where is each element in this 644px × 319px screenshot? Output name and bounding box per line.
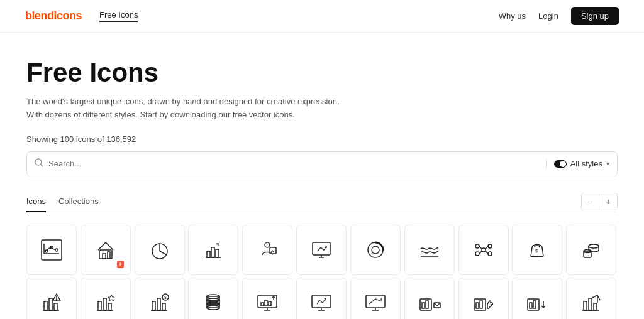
icon-cell[interactable]	[350, 278, 401, 319]
grid-size-minus-button[interactable]: −	[582, 193, 599, 210]
subtitle-line1: The world's largest unique icons, drawn …	[26, 97, 340, 106]
svg-rect-13	[211, 247, 214, 257]
search-input[interactable]	[48, 159, 546, 168]
svg-text:$: $	[216, 242, 219, 247]
svg-rect-2	[42, 240, 62, 260]
page-title: Free Icons	[26, 58, 618, 88]
search-bar: All styles ▾	[26, 151, 618, 176]
svg-line-32	[479, 251, 482, 254]
icon-cell[interactable]	[188, 278, 238, 319]
icon-badge: +	[117, 261, 124, 268]
icon-grid: + $	[26, 225, 618, 319]
icon-cell[interactable]: $	[188, 225, 238, 275]
search-icon	[35, 158, 43, 169]
svg-rect-81	[480, 301, 482, 308]
svg-point-43	[56, 300, 57, 300]
icon-cell[interactable]	[135, 225, 185, 275]
why-us-link[interactable]: Why us	[499, 11, 526, 21]
showing-count: Showing 100 icons of 136,592	[26, 134, 618, 144]
svg-rect-84	[533, 301, 536, 308]
style-filter[interactable]: All styles ▾	[546, 159, 609, 168]
main-content: Free Icons The world's largest unique ic…	[14, 33, 630, 319]
tab-collections[interactable]: Collections	[58, 192, 99, 212]
svg-rect-9	[103, 254, 106, 259]
svg-point-29	[488, 252, 492, 256]
icon-cell[interactable]	[512, 278, 562, 319]
svg-rect-88	[594, 303, 597, 310]
header: blendicons Free Icons Why us Login Sign …	[0, 0, 644, 33]
svg-point-5	[55, 249, 58, 251]
svg-rect-46	[108, 303, 111, 310]
icon-cell[interactable]: +	[80, 225, 131, 275]
svg-rect-86	[584, 301, 587, 310]
tabs-bar: Icons Collections − +	[26, 192, 618, 212]
svg-rect-72	[366, 295, 385, 308]
icon-cell[interactable]: $	[135, 278, 185, 319]
svg-rect-10	[108, 252, 110, 259]
header-right: Why us Login Sign up	[499, 7, 619, 25]
subtitle-line2: With dozens of different styles. Start b…	[26, 110, 295, 119]
icon-cell[interactable]	[296, 225, 347, 275]
svg-line-30	[479, 246, 482, 249]
icon-cell[interactable]	[566, 278, 616, 319]
svg-rect-76	[422, 303, 425, 308]
svg-point-27	[488, 244, 492, 248]
svg-rect-87	[589, 298, 592, 310]
icon-cell[interactable]	[458, 225, 509, 275]
icon-cell[interactable]	[242, 225, 292, 275]
login-link[interactable]: Login	[538, 11, 558, 21]
svg-rect-19	[313, 242, 330, 255]
svg-point-35	[589, 244, 599, 248]
tab-icons[interactable]: Icons	[26, 192, 46, 212]
svg-point-26	[475, 244, 479, 248]
icon-cell[interactable]	[350, 225, 401, 275]
style-toggle	[554, 160, 567, 168]
icon-cell[interactable]	[404, 225, 455, 275]
svg-rect-66	[265, 300, 267, 306]
svg-rect-77	[426, 301, 428, 308]
style-filter-label: All styles	[570, 159, 602, 168]
svg-rect-80	[476, 303, 479, 308]
icon-cell[interactable]: $	[512, 225, 562, 275]
svg-rect-14	[216, 249, 219, 257]
nav-free-icons[interactable]: Free Icons	[99, 10, 138, 22]
svg-text:$: $	[164, 295, 167, 300]
svg-line-33	[486, 251, 488, 254]
svg-rect-49	[152, 301, 155, 310]
grid-size-controls: − +	[581, 193, 618, 210]
svg-rect-12	[207, 251, 210, 257]
svg-rect-67	[269, 301, 271, 306]
svg-point-28	[475, 252, 479, 256]
icon-cell[interactable]	[404, 278, 455, 319]
svg-rect-51	[162, 303, 165, 310]
svg-point-23	[372, 246, 379, 254]
svg-rect-50	[157, 298, 160, 310]
grid-size-plus-button[interactable]: +	[599, 193, 617, 210]
icon-cell[interactable]	[26, 278, 77, 319]
svg-rect-83	[530, 303, 532, 308]
svg-point-25	[482, 248, 486, 252]
icon-cell[interactable]	[458, 278, 509, 319]
svg-rect-65	[261, 303, 264, 306]
chevron-down-icon: ▾	[606, 160, 609, 167]
icon-cell[interactable]	[80, 278, 131, 319]
logo-text: blendicons	[25, 9, 82, 22]
icon-cell[interactable]	[26, 225, 77, 275]
svg-line-1	[41, 165, 43, 166]
svg-rect-45	[103, 298, 106, 310]
icon-cell[interactable]	[242, 278, 292, 319]
svg-rect-39	[49, 298, 52, 310]
icon-cell[interactable]	[296, 278, 347, 319]
icon-cell[interactable]	[566, 225, 616, 275]
svg-rect-40	[54, 303, 57, 310]
svg-marker-48	[108, 295, 114, 301]
svg-line-31	[486, 246, 488, 249]
page-subtitle: The world's largest unique icons, drawn …	[26, 95, 618, 122]
logo[interactable]: blendicons	[25, 9, 82, 23]
svg-rect-44	[98, 301, 101, 310]
signup-button[interactable]: Sign up	[571, 7, 619, 25]
svg-text:$: $	[535, 248, 538, 254]
svg-point-17	[265, 242, 270, 247]
svg-rect-38	[44, 301, 47, 310]
